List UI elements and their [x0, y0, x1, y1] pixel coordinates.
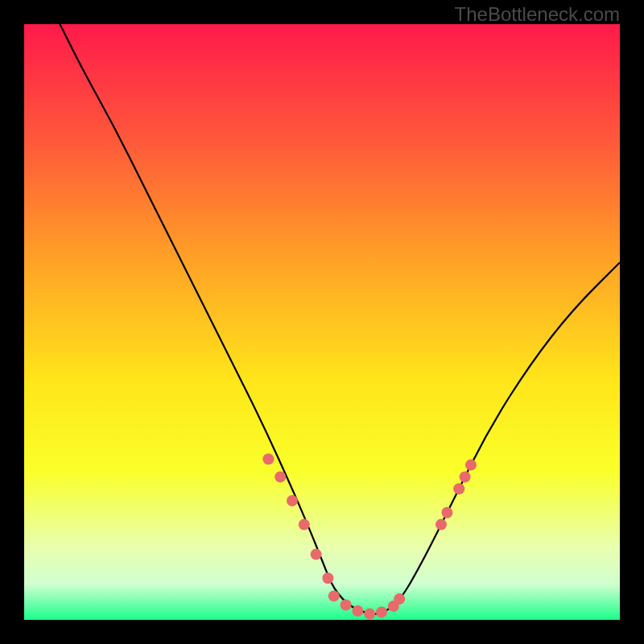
marker-point: [394, 593, 405, 605]
watermark-text: TheBottleneck.com: [455, 3, 620, 26]
marker-point: [352, 605, 363, 617]
chart-frame: TheBottleneck.com: [0, 0, 644, 644]
marker-point: [376, 606, 387, 617]
marker-point: [299, 519, 310, 530]
marker-point: [275, 471, 286, 482]
marker-point: [453, 483, 464, 494]
marker-point: [311, 549, 322, 560]
marker-point: [322, 572, 333, 584]
marker-point: [287, 495, 298, 506]
marker-point: [441, 507, 452, 518]
marker-point: [341, 600, 352, 611]
marker-point: [465, 460, 477, 471]
marker-point: [328, 590, 340, 601]
chart-svg: [24, 24, 620, 620]
marker-point: [364, 609, 375, 620]
gradient-background: [24, 24, 620, 620]
marker-point: [436, 519, 447, 530]
marker-point: [460, 471, 471, 482]
marker-point: [262, 453, 274, 464]
plot-area: [24, 24, 620, 620]
